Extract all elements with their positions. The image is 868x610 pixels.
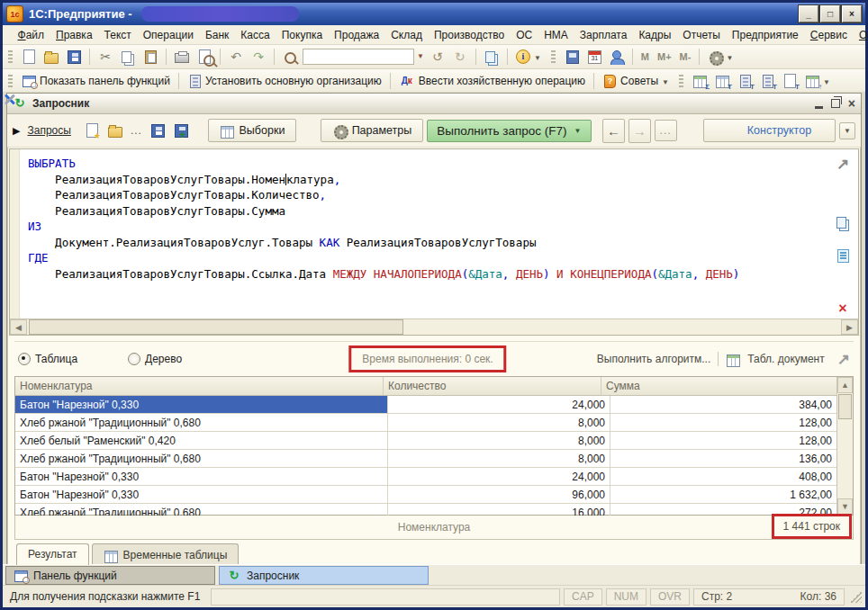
constructor-dropdown-button[interactable]: ▼ [839, 122, 855, 139]
print-preview-button[interactable] [194, 49, 214, 65]
column-header-nomenclature[interactable]: Номенклатура [15, 377, 384, 395]
calculator-button[interactable] [562, 49, 582, 65]
table-row[interactable]: Хлеб белый "Раменский" 0,4208,000128,00 [15, 432, 853, 450]
scroll-left-arrow[interactable]: ◀ [10, 319, 27, 335]
scroll-right-arrow[interactable]: ▶ [841, 319, 858, 335]
table-document-link[interactable]: Табл. документ [747, 353, 824, 365]
table-cell[interactable]: 24,000 [388, 468, 610, 485]
menu-item-10[interactable]: ОС [511, 27, 538, 43]
menu-item-1[interactable]: Правка [50, 27, 99, 43]
table-cell[interactable]: 24,000 [388, 396, 610, 413]
table-cell[interactable]: 384,00 [610, 396, 837, 413]
menu-item-3[interactable]: Операции [137, 27, 199, 43]
search-dropdown-icon[interactable]: ▼ [417, 52, 424, 60]
show-function-panel-button[interactable]: Показать панель функций [19, 73, 173, 89]
scroll-thumb[interactable] [29, 319, 403, 335]
menu-item-11[interactable]: НМА [538, 27, 574, 43]
history-forward-button[interactable]: → [628, 119, 651, 143]
menu-item-16[interactable]: Сервис [804, 27, 853, 43]
menu-item-15[interactable]: Предприятие [726, 27, 804, 43]
minimize-button[interactable]: _ [799, 5, 818, 22]
report-document-button[interactable]: Т [780, 73, 800, 89]
info-button[interactable]: i▼ [513, 49, 545, 65]
table-cell[interactable]: 8,000 [388, 432, 610, 449]
report-export-button[interactable]: ↑▼ [802, 73, 834, 89]
samples-button[interactable]: Выборки [208, 119, 297, 142]
save-query-button[interactable] [148, 122, 167, 139]
menu-item-9[interactable]: Производство [428, 27, 510, 43]
radio-tree[interactable]: Дерево [128, 353, 182, 365]
menu-item-5[interactable]: Касса [235, 27, 276, 43]
undo-button[interactable]: ↶ [226, 49, 246, 65]
copy-button[interactable] [118, 49, 138, 65]
menu-item-12[interactable]: Зарплата [574, 27, 633, 43]
table-cell[interactable]: Батон "Нарезной" 0,330 [15, 468, 388, 485]
table-cell[interactable]: 8,000 [388, 414, 610, 431]
table-row[interactable]: Батон "Нарезной" 0,33024,000408,00 [15, 468, 853, 486]
menu-item-8[interactable]: Склад [385, 27, 429, 43]
save-button[interactable] [64, 49, 84, 65]
mdi-close-icon[interactable]: × [848, 97, 855, 110]
find-prev-button[interactable]: ↻ [450, 49, 470, 65]
tips-button[interactable]: ? Советы ▼ [600, 73, 673, 89]
table-cell[interactable]: 136,00 [610, 450, 837, 467]
menu-item-4[interactable]: Банк [199, 27, 234, 43]
copy-pages-icon[interactable] [836, 215, 850, 229]
menu-item-14[interactable]: Отчеты [677, 27, 726, 43]
table-row[interactable]: Хлеб ржаной "Традиционный" 0,6808,000136… [15, 450, 853, 468]
table-cell[interactable]: 408,00 [610, 468, 837, 485]
query-text-editor[interactable]: ВЫБРАТЬ РеализацияТоваровУслугТовары.Ном… [9, 148, 859, 336]
table-row[interactable]: Батон "Нарезной" 0,33024,000384,00 [15, 396, 853, 414]
memory-recall-button[interactable]: M [638, 51, 652, 62]
report-table-button[interactable]: Т [712, 73, 732, 89]
expand-icon[interactable]: ↗ [837, 350, 850, 369]
tab-temp-tables[interactable]: Временные таблицы [92, 543, 240, 565]
more-queries-button[interactable]: ... [131, 124, 142, 137]
user-lock-button[interactable] [607, 49, 627, 65]
search-input[interactable] [303, 49, 414, 65]
table-row[interactable]: Хлеб ржаной "Традиционный" 0,6808,000128… [15, 414, 853, 432]
resize-grip[interactable] [850, 591, 862, 603]
scroll-up-arrow[interactable]: ▲ [837, 377, 853, 393]
table-cell[interactable]: Хлеб ржаной "Традиционный" 0,680 [15, 450, 388, 467]
expand-icon[interactable]: ↗ [836, 155, 849, 174]
new-query-button[interactable] [82, 122, 102, 139]
find-next-button[interactable]: ↺ [428, 49, 448, 65]
history-back-button[interactable]: ← [602, 119, 625, 143]
open-button[interactable] [41, 49, 61, 65]
new-document-button[interactable] [19, 49, 39, 65]
horizontal-scrollbar[interactable]: ◀ ▶ [10, 318, 858, 335]
column-header-quantity[interactable]: Количество [384, 377, 601, 395]
table-cell[interactable]: 1 632,00 [610, 486, 837, 503]
run-query-button[interactable]: Выполнить запрос (F7) ▼ [427, 120, 591, 142]
query-code[interactable]: ВЫБРАТЬ РеализацияТоваровУслугТовары.Ном… [28, 156, 739, 282]
close-button[interactable]: × [842, 5, 862, 22]
print-button[interactable] [172, 49, 192, 65]
menu-item-7[interactable]: Продажа [329, 27, 385, 43]
menu-item-17[interactable]: Окна [853, 27, 868, 43]
service-settings-button[interactable]: ▼ [705, 49, 737, 65]
menu-item-6[interactable]: Покупка [276, 27, 328, 43]
parameters-button[interactable]: Параметры [321, 119, 424, 142]
enter-business-operation-button[interactable]: Дк Ввести хозяйственную операцию [396, 73, 588, 89]
set-main-organization-button[interactable]: Установить основную организацию [185, 73, 384, 89]
table-cell[interactable]: Хлеб ржаной "Традиционный" 0,680 [15, 414, 388, 431]
menu-item-2[interactable]: Текст [98, 27, 137, 43]
table-cell[interactable]: 128,00 [610, 432, 837, 449]
taskbar-item-function-panel[interactable]: Панель функций [5, 566, 215, 585]
memory-minus-button[interactable]: M- [677, 51, 694, 62]
clear-x-icon[interactable]: × [838, 301, 846, 317]
vertical-scrollbar[interactable]: ▲ ▼ [836, 377, 853, 515]
history-more-button[interactable]: ... [655, 120, 677, 141]
maximize-button[interactable]: □ [820, 5, 840, 22]
windows-button[interactable] [482, 49, 502, 65]
run-algorithm-link[interactable]: Выполнить алгоритм... [597, 353, 711, 365]
radio-table[interactable]: Таблица [18, 353, 77, 365]
table-cell[interactable]: Батон "Нарезной" 0,330 [15, 396, 388, 413]
paste-button[interactable] [140, 49, 160, 65]
open-query-button[interactable] [105, 122, 125, 139]
queries-link[interactable]: Запросы [27, 124, 70, 137]
table-cell[interactable]: Хлеб белый "Раменский" 0,420 [15, 432, 388, 449]
mdi-minimize-icon[interactable] [815, 106, 823, 109]
report-counterparty-button[interactable]: Т [735, 73, 755, 89]
